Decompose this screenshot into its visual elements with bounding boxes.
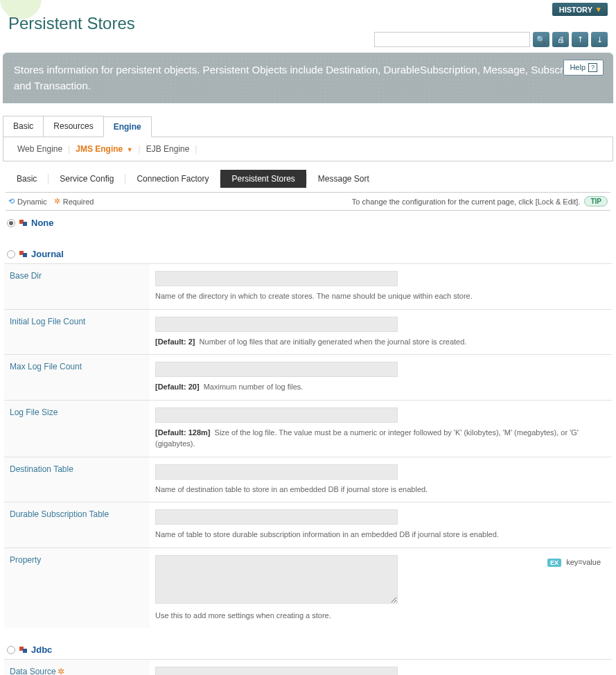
example-hint: EX key=value (547, 558, 601, 566)
dynamic-icon: ⟲ (8, 197, 15, 206)
description-text: Stores information for persistent object… (14, 64, 591, 91)
radio-journal[interactable] (7, 250, 15, 258)
label-base-dir: Base Dir (4, 264, 150, 310)
input-max-log-file-count[interactable] (155, 362, 398, 377)
tab-service-config[interactable]: Service Config (49, 170, 125, 188)
tabs-level-2: Web Engine | JMS Engine ▼ | EJB Engine | (3, 137, 613, 161)
section-jdbc: Jdbc (0, 638, 616, 659)
row-durable-subscription-table: Durable Subscription Table Name of table… (4, 502, 612, 548)
tab-basic-sub[interactable]: Basic (6, 170, 48, 188)
legend-row: ⟲ Dynamic ✲ Required To change the confi… (6, 192, 610, 211)
tab-jms-engine[interactable]: JMS Engine ▼ (70, 144, 138, 154)
tab-basic[interactable]: Basic (3, 116, 44, 137)
dynamic-label: Dynamic (17, 198, 47, 206)
row-base-dir: Base Dir Name of the directory in which … (4, 264, 612, 310)
page-title: Persistent Stores (8, 14, 608, 33)
row-max-log-file-count: Max Log File Count [Default: 20] Maximum… (4, 355, 612, 401)
tab-web-engine[interactable]: Web Engine (12, 144, 68, 154)
label-max-log-file-count: Max Log File Count (4, 355, 150, 401)
textarea-property[interactable] (155, 555, 398, 604)
help-destination-table: Name of destination table to store in an… (155, 484, 606, 496)
tab-message-sort[interactable]: Message Sort (307, 170, 380, 188)
help-durable-subscription-table: Name of table to store durable subscript… (155, 529, 606, 541)
chevron-down-icon: ▾ (597, 5, 601, 14)
help-base-dir: Name of the directory in which to create… (155, 290, 606, 302)
import-icon[interactable]: ⤓ (591, 32, 608, 47)
input-data-source[interactable] (155, 667, 398, 675)
label-destination-table: Destination Table (4, 457, 150, 502)
label-durable-subscription-table: Durable Subscription Table (4, 502, 150, 548)
page-header: HISTORY ▾ Persistent Stores (0, 0, 616, 30)
description-banner: Stores information for persistent object… (3, 53, 613, 103)
ex-text: key=value (566, 558, 601, 566)
section-none-title: None (31, 218, 54, 228)
question-icon: ? (588, 63, 597, 72)
tab-connection-factory[interactable]: Connection Factory (125, 170, 220, 188)
required-label: Required (63, 198, 94, 206)
ex-badge: EX (547, 559, 561, 567)
dropdown-icon: ▼ (127, 146, 133, 153)
help-label: Help (570, 62, 586, 73)
input-initial-log-file-count[interactable] (155, 317, 398, 332)
input-log-file-size[interactable] (155, 407, 398, 423)
section-jdbc-title: Jdbc (31, 645, 52, 655)
help-button[interactable]: Help ? (563, 60, 604, 76)
tabs-level-3: Basic Service Config Connection Factory … (6, 170, 610, 188)
print-icon[interactable]: 🖨 (552, 32, 569, 47)
help-max-log-file-count: [Default: 20] Maximum number of log file… (155, 381, 606, 393)
section-icon (19, 647, 27, 653)
input-durable-subscription-table[interactable] (155, 509, 398, 525)
input-base-dir[interactable] (155, 271, 398, 286)
tab-engine[interactable]: Engine (103, 116, 152, 137)
tab-ejb-engine[interactable]: EJB Engine (141, 144, 195, 154)
tabs-level-1: Basic Resources Engine (3, 116, 613, 137)
section-icon (19, 220, 27, 226)
search-input[interactable] (374, 32, 530, 47)
help-log-file-size: [Default: 128m] Size of the log file. Th… (155, 427, 606, 450)
jdbc-form: Data Source✲ Data source of the DB. Dest… (4, 659, 612, 675)
row-property: Property EX key=value Use this to add mo… (4, 547, 612, 628)
journal-form: Base Dir Name of the directory in which … (4, 263, 612, 628)
separator: | (195, 144, 197, 154)
row-initial-log-file-count: Initial Log File Count [Default: 2] Numb… (4, 309, 612, 355)
row-log-file-size: Log File Size [Default: 128m] Size of th… (4, 400, 612, 457)
tip-badge: TIP (584, 196, 608, 207)
required-icon: ✲ (58, 667, 64, 675)
label-property: Property (4, 547, 150, 628)
section-journal: Journal (0, 242, 616, 263)
radio-none[interactable] (7, 219, 15, 227)
section-icon (19, 251, 27, 257)
label-log-file-size: Log File Size (4, 400, 150, 457)
tab-resources[interactable]: Resources (43, 116, 103, 137)
tip-text: To change the configuration for the curr… (352, 198, 581, 206)
input-destination-table[interactable] (155, 464, 398, 480)
label-data-source: Data Source✲ (4, 660, 150, 676)
toolbar: 🔍 🖨 ⤒ ⤓ (0, 30, 616, 53)
required-icon: ✲ (54, 197, 60, 206)
help-property: Use this to add more settings when creat… (155, 610, 606, 622)
tab-jms-engine-label: JMS Engine (76, 144, 123, 154)
row-destination-table: Destination Table Name of destination ta… (4, 457, 612, 502)
search-icon[interactable]: 🔍 (533, 32, 549, 47)
row-data-source: Data Source✲ Data source of the DB. (4, 660, 612, 676)
radio-jdbc[interactable] (7, 646, 15, 654)
xml-export-icon[interactable]: ⤒ (572, 32, 588, 47)
section-none: None (0, 211, 616, 232)
tab-persistent-stores[interactable]: Persistent Stores (220, 170, 306, 188)
label-initial-log-file-count: Initial Log File Count (4, 309, 150, 355)
section-journal-title: Journal (31, 249, 64, 259)
history-label: HISTORY (559, 6, 592, 14)
help-initial-log-file-count: [Default: 2] Number of log files that ar… (155, 336, 606, 348)
